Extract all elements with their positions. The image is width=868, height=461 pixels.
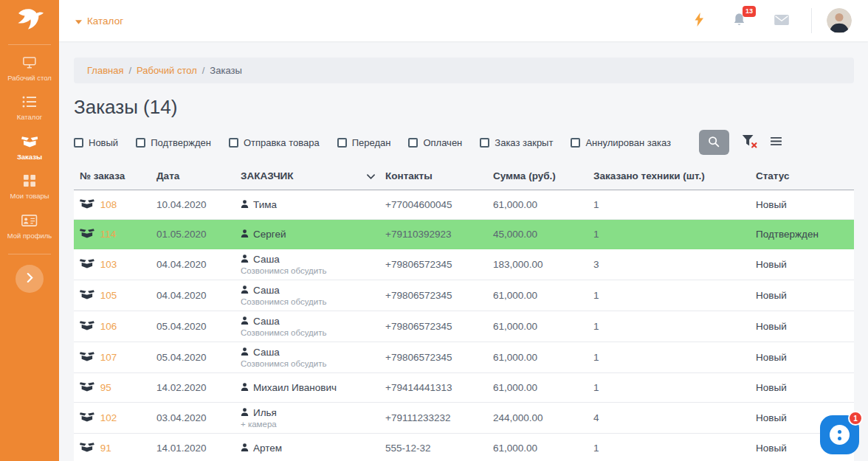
- ordered-qty: 1: [593, 347, 756, 367]
- app-logo[interactable]: [0, 0, 59, 43]
- order-status: Новый: [756, 347, 854, 367]
- page-title: Заказы (14): [74, 96, 854, 119]
- status-filter-checkbox[interactable]: Отправка товара: [229, 137, 320, 148]
- customer-name: Артем: [253, 443, 282, 454]
- status-filter-checkbox[interactable]: Оплачен: [408, 137, 462, 148]
- search-button[interactable]: [699, 130, 729, 155]
- quick-actions-button[interactable]: [692, 10, 707, 32]
- sidebar-nav: Рабочий столКаталогЗаказыМои товарыМой п…: [0, 49, 59, 246]
- ordered-qty: 3: [593, 254, 756, 274]
- user-avatar[interactable]: [827, 8, 852, 33]
- status-filter-label: Заказ закрыт: [495, 137, 553, 148]
- order-row[interactable]: 11401.05.2020Сергей+7911039292345,000.00…: [74, 220, 854, 249]
- customer-name: Илья: [253, 407, 277, 418]
- order-date: 04.04.2020: [156, 254, 241, 274]
- user-icon: [241, 285, 249, 296]
- contact-value: +79110392923: [385, 224, 493, 244]
- order-row[interactable]: 10605.04.2020СашаСозвонимся обсудить+798…: [74, 311, 854, 342]
- customer-note: Созвонимся обсудить: [241, 297, 385, 306]
- notifications-button[interactable]: 13: [729, 10, 749, 32]
- box-open-icon: [80, 258, 94, 271]
- desktop-icon: [1, 57, 58, 70]
- user-icon: [241, 382, 249, 393]
- sidebar-item-desktop[interactable]: Рабочий стол: [0, 49, 59, 89]
- order-row[interactable]: 10705.04.2020СашаСозвонимся обсудить+798…: [74, 342, 854, 373]
- customer-name-line: Саша: [241, 254, 385, 265]
- sidebar-item-catalog[interactable]: Каталог: [0, 89, 59, 128]
- status-filter-checkbox[interactable]: Подтвержден: [136, 137, 211, 148]
- order-date: 03.04.2020: [156, 408, 241, 428]
- customer-name-line: Михаил Иванович: [241, 382, 385, 393]
- catalog-icon: [1, 96, 58, 109]
- ordered-qty: 1: [593, 285, 756, 305]
- hamburger-icon: [770, 136, 782, 148]
- grid-icon: [1, 175, 58, 188]
- order-number-link[interactable]: 107: [100, 352, 117, 363]
- order-number-link[interactable]: 95: [100, 382, 111, 393]
- order-number-cell: 106: [74, 316, 156, 337]
- orders-table-header: № заказаДатаЗАКАЗЧИККонтактыСумма (руб.)…: [74, 164, 854, 190]
- clear-filters-button[interactable]: [742, 134, 757, 150]
- topbar-icons: 13: [669, 8, 852, 33]
- chat-badge: 1: [848, 411, 863, 426]
- list-options-button[interactable]: [770, 136, 782, 148]
- breadcrumb-link[interactable]: Рабочий стол: [137, 65, 197, 76]
- order-row[interactable]: 10304.04.2020СашаСозвонимся обсудить+798…: [74, 249, 854, 280]
- order-row[interactable]: 9514.02.2020Михаил Иванович+794144413136…: [74, 373, 854, 403]
- checkbox-icon: [408, 138, 418, 148]
- customer-cell: Сергей: [241, 224, 385, 244]
- sidebar-item-profile[interactable]: Мой профиль: [0, 207, 59, 246]
- sort-chevron-down-icon[interactable]: [367, 170, 375, 181]
- order-row[interactable]: 10810.04.2020Тима+7700460004561,000.001Н…: [74, 190, 854, 220]
- box-open-icon: [80, 228, 94, 240]
- box-open-icon: [80, 412, 94, 424]
- order-number-link[interactable]: 105: [100, 290, 117, 301]
- sidebar-expand-button[interactable]: [16, 265, 44, 293]
- sidebar-item-orders[interactable]: Заказы: [0, 128, 59, 167]
- contact-value: +79414441313: [385, 378, 493, 398]
- chat-widget-button[interactable]: 1: [820, 415, 859, 454]
- lightning-icon: [695, 13, 704, 29]
- order-row[interactable]: 10203.04.2020Илья+ камера+79111233232244…: [74, 403, 854, 434]
- column-header-label: Дата: [156, 170, 179, 181]
- customer-name: Саша: [253, 285, 280, 296]
- status-filter-checkbox[interactable]: Аннулирован заказ: [571, 137, 671, 148]
- order-number-link[interactable]: 106: [100, 321, 117, 332]
- order-number-link[interactable]: 108: [100, 199, 117, 210]
- order-sum: 61,000.00: [493, 285, 593, 305]
- user-icon: [241, 347, 249, 358]
- orders-table: № заказаДатаЗАКАЗЧИККонтактыСумма (руб.)…: [74, 164, 854, 461]
- contact-value: +79111233232: [385, 408, 493, 428]
- customer-name: Саша: [253, 347, 280, 358]
- breadcrumb-link[interactable]: Главная: [87, 65, 123, 76]
- status-filter-checkbox[interactable]: Заказ закрыт: [480, 137, 553, 148]
- order-number-link[interactable]: 103: [100, 259, 117, 270]
- messages-button[interactable]: [771, 12, 792, 30]
- order-sum: 61,000.00: [493, 316, 593, 336]
- chevron-right-icon: [27, 273, 33, 285]
- status-filter-checkbox[interactable]: Передан: [337, 137, 391, 148]
- order-number-link[interactable]: 114: [100, 229, 117, 240]
- column-header-label: Сумма (руб.): [493, 170, 556, 181]
- user-icon: [241, 443, 249, 454]
- ordered-qty: 1: [593, 378, 756, 398]
- order-number-link[interactable]: 102: [100, 412, 117, 423]
- order-sum: 183,000.00: [493, 254, 593, 274]
- order-row[interactable]: 9114.01.2020Артем555-12-3261,000.001Новы…: [74, 434, 854, 461]
- status-filter-checkbox[interactable]: Новый: [74, 137, 118, 148]
- order-date: 05.04.2020: [156, 347, 241, 367]
- order-date: 04.04.2020: [156, 285, 241, 305]
- customer-cell: СашаСозвонимся обсудить: [241, 249, 385, 280]
- sidebar-divider: [8, 254, 51, 254]
- order-row[interactable]: 10504.04.2020СашаСозвонимся обсудить+798…: [74, 280, 854, 311]
- catalog-dropdown[interactable]: Каталог: [75, 15, 123, 27]
- sidebar-item-label: Каталог: [17, 113, 43, 121]
- ordered-qty: 1: [593, 224, 756, 244]
- user-icon: [241, 316, 249, 327]
- order-number-link[interactable]: 91: [100, 443, 111, 454]
- column-header: № заказа: [74, 170, 156, 181]
- sidebar-item-products[interactable]: Мои товары: [0, 167, 59, 207]
- status-filter-label: Оплачен: [423, 137, 462, 148]
- breadcrumb: Главная/Рабочий стол/Заказы: [74, 58, 854, 83]
- box-open-icon: [80, 351, 94, 364]
